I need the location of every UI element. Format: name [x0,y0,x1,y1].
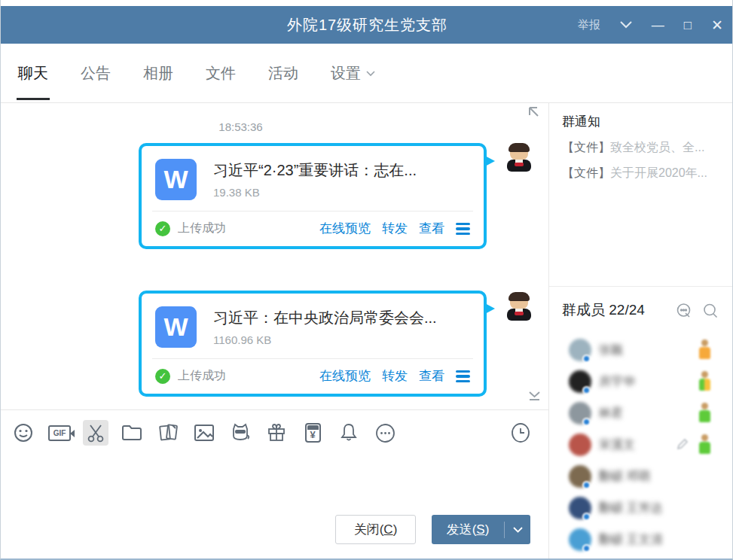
emoji-icon[interactable] [11,420,36,446]
send-options-dropdown[interactable] [505,527,530,533]
file-menu-icon[interactable] [456,370,470,383]
member-name: 张颖 [599,342,623,358]
send-file-folder-icon[interactable] [119,420,145,446]
close-button[interactable]: ✕ [711,18,723,32]
gif-hot-image-icon[interactable]: GIF [47,420,72,446]
forward-link[interactable]: 转发 [382,220,408,237]
report-button[interactable]: 举报 [578,18,600,32]
mobile-status-icon [698,434,710,455]
chat-message-area: 18:53:36 W 习近平“2·23”重要讲话：志在... 19.38 KB … [1,103,548,410]
mobile-badge-icon [582,481,591,489]
tab-settings-label: 设置 [331,63,361,84]
member-row[interactable]: 房宇华 [549,367,733,398]
mobile-status-icon [698,339,710,361]
group-chat-window: 外院17级研究生党支部 举报 — □ ✕ 聊天 公告 相册 文件 活动 设置 [0,0,733,560]
bubble-tail [484,303,495,315]
sender-avatar[interactable] [504,143,534,173]
anonymous-chat-icon[interactable] [676,303,692,322]
group-notice-item[interactable]: 【文件】致全校党员、全... [562,140,728,156]
member-name: 宋溪文 [599,437,635,453]
tab-album[interactable]: 相册 [143,63,173,84]
file-menu-icon[interactable] [456,222,470,236]
tab-settings[interactable]: 设置 [331,63,375,84]
mobile-badge-icon [582,355,591,363]
file-title: 习近平“2·23”重要讲话：志在... [213,160,417,181]
word-file-icon: W [155,306,197,348]
mobile-badge-icon [582,544,591,552]
bubble-tail [484,155,495,167]
notification-bell-icon[interactable] [336,420,362,446]
online-preview-link[interactable]: 在线预览 [319,367,371,385]
member-name: 林君 [599,406,623,422]
upload-status-text: 上传成功 [178,221,226,236]
gift-icon[interactable] [264,420,289,446]
file-title: 习近平：在中央政治局常委会会... [213,308,437,328]
member-row[interactable]: 宋溪文 [549,430,733,461]
success-check-icon: ✓ [155,369,170,384]
file-message-card[interactable]: W 习近平：在中央政治局常委会会... 1160.96 KB ✓ 上传成功 在线… [139,291,487,397]
send-button[interactable]: 发送(S) [432,515,530,544]
scroll-to-bottom-icon[interactable] [528,391,541,405]
screenshot-scissors-icon[interactable] [83,420,108,446]
doutu-meme-icon[interactable] [228,420,253,446]
member-avatar [569,434,591,456]
tab-bar: 聊天 公告 相册 文件 活动 设置 [1,44,733,103]
member-name: 房宇华 [599,374,635,390]
online-preview-link[interactable]: 在线预览 [319,220,371,237]
file-size: 19.38 KB [213,186,417,199]
shared-documents-icon[interactable] [155,420,181,446]
tab-announcement[interactable]: 公告 [81,63,111,84]
chevron-down-icon[interactable] [620,21,632,29]
mobile-badge-icon [582,513,591,521]
transfer-money-icon[interactable]: ¥ [300,420,325,446]
member-row[interactable]: 张颖 [549,335,733,367]
more-tools-icon[interactable] [372,420,398,446]
message-history-clock-icon[interactable] [508,420,533,446]
group-notice-title: 群通知 [562,113,600,130]
member-count: 22/24 [609,302,645,318]
member-name: 翻硕 邓萌 [599,469,650,485]
input-toolbar: GIF ¥ [1,411,548,455]
collapse-panel-icon[interactable] [528,106,541,122]
message-input[interactable] [1,455,548,512]
word-file-icon: W [155,159,197,200]
panel-divider [549,286,733,287]
member-name: 翻硕 王芳达 [599,501,662,516]
member-row[interactable]: 翻硕 王文清 [549,525,733,556]
edit-pencil-icon [676,437,689,454]
search-member-icon[interactable] [702,303,719,322]
view-link[interactable]: 查看 [419,367,444,385]
mobile-status-icon [698,371,710,392]
file-message-card[interactable]: W 习近平“2·23”重要讲话：志在... 19.38 KB ✓ 上传成功 在线… [139,143,487,249]
tab-files[interactable]: 文件 [206,63,236,84]
file-size: 1160.96 KB [213,333,437,346]
group-side-panel: 群通知 【文件】致全校党员、全... 【文件】关于开展2020年... 群成员 … [548,103,733,560]
mobile-status-icon [698,403,710,424]
success-check-icon: ✓ [155,221,170,236]
mobile-badge-icon [582,418,591,426]
upload-status-text: 上传成功 [178,368,226,384]
tab-activity[interactable]: 活动 [268,63,298,84]
minimize-button[interactable]: — [652,19,664,32]
group-notice-item[interactable]: 【文件】关于开展2020年... [562,166,728,181]
member-row[interactable]: 翻硕 邓萌 [549,461,733,493]
mobile-badge-icon [582,386,591,394]
tab-chat[interactable]: 聊天 [18,63,48,84]
forward-link[interactable]: 转发 [382,367,408,385]
sender-avatar[interactable] [504,292,534,322]
chevron-down-icon [366,71,375,77]
member-row[interactable]: 林君 [549,398,733,430]
member-name: 翻硕 王文清 [599,532,662,548]
send-image-icon[interactable] [191,420,217,446]
view-link[interactable]: 查看 [419,220,444,237]
close-chat-button[interactable]: 关闭(C) [335,515,416,544]
group-members-title: 群成员 22/24 [562,300,645,320]
maximize-button[interactable]: □ [684,19,692,32]
message-timestamp: 18:53:36 [1,120,481,133]
member-row[interactable]: 翻硕 王芳达 [549,493,733,525]
title-bar[interactable]: 外院17级研究生党支部 举报 — □ ✕ [1,6,733,44]
